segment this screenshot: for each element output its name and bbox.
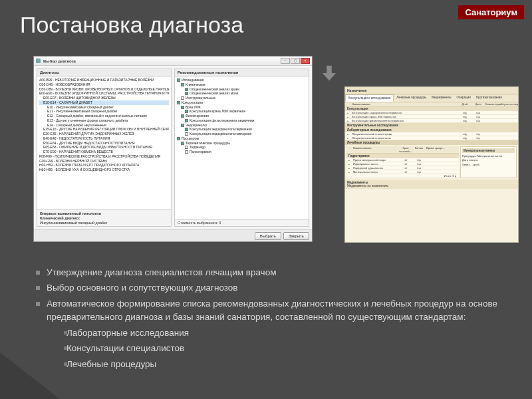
detail-interval-label: Через ... дней: [462, 163, 515, 167]
maximize-button[interactable]: ▢: [291, 58, 300, 64]
dialog-titlebar[interactable]: Выбор диагноза – ▢ ×: [34, 57, 312, 66]
tree-item[interactable]: E70-E90 - НАРУШЕНИЯ ОБМЕНА ВЕЩЕСТВ: [39, 150, 169, 154]
row-price: б.р: [471, 111, 485, 114]
diagnoses-tree[interactable]: A00-B99 - НЕКОТОРЫЕ ИНФЕКЦИОННЫЕ И ПАРАЗ…: [37, 76, 171, 209]
tree-item[interactable]: F00-F99 - ПСИХИЧЕСКИЕ РАССТРОЙСТВА И РАС…: [39, 154, 169, 159]
tree-item[interactable]: E20-E35 - НАРУШЕНИЯ ДРУГИХ ЭНДОКРИННЫХ Ж…: [39, 132, 169, 136]
select-button[interactable]: Выбрать: [255, 232, 281, 240]
rec-item[interactable]: Общеклинический анализ мочи: [177, 91, 307, 96]
diagnoses-header: Диагнозы: [37, 69, 171, 76]
add-icon[interactable]: +: [346, 170, 352, 174]
rec-item[interactable]: Клинические: [177, 82, 307, 87]
close-dialog-button[interactable]: Закрыть: [283, 232, 309, 240]
rec-item[interactable]: Терренкур: [177, 145, 307, 150]
checkbox-icon[interactable]: [177, 78, 180, 82]
tree-item[interactable]: H60-H95 - БОЛЕЗНИ УХА И СОСЦЕВИДНОГО ОТР…: [39, 168, 169, 172]
add-icon[interactable]: +: [346, 158, 352, 162]
minimize-button[interactable]: –: [281, 58, 290, 64]
rec-item[interactable]: Консультации: [177, 100, 307, 105]
rec-item[interactable]: Консультация физиотерапевта первичная: [177, 118, 307, 123]
checkbox-icon[interactable]: [185, 119, 188, 122]
row-price: б.р: [412, 162, 426, 166]
checkbox-icon[interactable]: [185, 92, 188, 95]
tcol-name: Наименование: [352, 146, 399, 153]
col-comment: Комментарий/цель исследован...: [485, 102, 518, 106]
tree-item[interactable]: E50-E64 - ДРУГИЕ ВИДЫ НЕДОСТАТОЧНОСТИ ПИ…: [39, 141, 169, 146]
tab-treat[interactable]: Лечебные процедуры: [394, 94, 429, 102]
add-icon[interactable]: +: [346, 162, 352, 166]
consult-table: Наименование Дн-й Цена Комментарий/цель …: [345, 102, 518, 140]
recommendations-tree[interactable]: ИсследованияКлиническиеОбщеклинический а…: [175, 76, 309, 219]
dialog-icon: [36, 59, 41, 63]
tree-item[interactable]: H00-H59 - БОЛЕЗНИ ГЛАЗА И ЕГО ПРИДАТОЧНО…: [39, 163, 169, 168]
tree-item[interactable]: E11 - Инсулиннезависимый сахарный диабет: [39, 109, 169, 114]
tree-item[interactable]: G00-G99 - БОЛЕЗНИ НЕРВНОЙ СИСТЕМЫ: [39, 159, 169, 164]
add-icon[interactable]: +: [345, 115, 350, 118]
checkbox-icon[interactable]: [181, 114, 184, 118]
rec-item[interactable]: Терапевтические процедуры: [177, 141, 307, 146]
tree-item[interactable]: E65-E68 - ОЖИРЕНИЕ И ДРУГИЕ ВИДЫ ИЗБЫТОЧ…: [39, 145, 169, 150]
close-button[interactable]: ×: [301, 58, 310, 64]
checkbox-icon[interactable]: [185, 88, 188, 91]
rec-item[interactable]: Эндокринолог: [177, 123, 307, 128]
tab-contra[interactable]: Противопоказания: [473, 94, 505, 102]
checkbox-icon[interactable]: [185, 110, 188, 113]
add-icon[interactable]: +: [345, 136, 350, 140]
col-price: Цена: [471, 102, 485, 106]
checkbox-icon[interactable]: [185, 150, 188, 154]
row-name: Йодобромная ванна: [352, 162, 399, 166]
row-name: Прием минеральной воды: [352, 158, 399, 162]
tree-item[interactable]: A00-B99 - НЕКОТОРЫЕ ИНФЕКЦИОННЫЕ И ПАРАЗ…: [39, 78, 169, 82]
checkbox-icon[interactable]: [181, 83, 184, 86]
sub-bullet-item: Лабораторные исследования: [55, 327, 505, 340]
tree-item[interactable]: E00-E07 - БОЛЕЗНИ ЩИТОВИДНОЙ ЖЕЛЕЗЫ: [39, 96, 169, 100]
detail-proc-value: Минеральная ванна: [477, 154, 503, 158]
checkbox-icon[interactable]: [181, 142, 184, 145]
row-days: н/т: [399, 162, 412, 166]
checkbox-icon[interactable]: [177, 101, 180, 104]
tree-item[interactable]: E12 - Сахарный диабет, связанный с недос…: [39, 114, 169, 118]
checkbox-icon[interactable]: [177, 137, 180, 140]
row-price: б.р: [471, 115, 485, 118]
rec-item[interactable]: Общеклинический анализ крови: [177, 87, 307, 92]
tree-item[interactable]: E00-E90 - БОЛЕЗНИ ЭНДОКРИННОЙ СИСТЕМЫ, Р…: [39, 91, 169, 96]
tree-item[interactable]: E10-E14 - САХАРНЫЙ ДИАБЕТ: [39, 100, 169, 105]
checkbox-icon[interactable]: [185, 146, 188, 149]
sub-bullet-item: Лечебные процедуры: [55, 358, 505, 371]
checkbox-icon[interactable]: [181, 124, 184, 127]
rec-item[interactable]: Физиотерапевт: [177, 114, 307, 118]
tree-item[interactable]: E13 - Другие уточненные формы сахарного …: [39, 118, 169, 123]
rec-item[interactable]: Консультация врача ЛФК первичная: [177, 109, 307, 114]
rec-item[interactable]: Консультация эндокринолога первичная: [177, 127, 307, 132]
rec-item[interactable]: Процедуры: [177, 136, 307, 141]
add-icon[interactable]: +: [345, 111, 350, 114]
tree-item[interactable]: C00-D48 - НОВООБРАЗОВАНИЯ: [39, 82, 169, 87]
tree-item[interactable]: E40-E46 - НЕДОСТАТОЧНОСТЬ ПИТАНИЯ: [39, 136, 169, 141]
tree-item[interactable]: E15-E16 - ДРУГИЕ НАРУШЕНИЯ РЕГУЛЯЦИИ ГЛЮ…: [39, 127, 169, 132]
tree-item[interactable]: E10 - Инсулинзависимый сахарный диабет: [39, 105, 169, 110]
tab-oper[interactable]: Операции: [454, 94, 473, 102]
bullet-item: Выбор основного и сопутствующих диагнозо…: [35, 281, 505, 295]
add-icon[interactable]: +: [346, 166, 352, 170]
tree-item[interactable]: D50-D89 - БОЛЕЗНИ КРОВИ, КРОВЕТВОРНЫХ ОР…: [39, 87, 169, 92]
tcol-qty: Кол-во: [412, 146, 426, 153]
tcol-time: Время проце...: [426, 146, 459, 153]
rec-item[interactable]: Инструментальные: [177, 96, 307, 100]
detail-header: Минеральные ванны: [462, 148, 515, 153]
add-icon[interactable]: +: [345, 119, 350, 122]
row-price: б.р: [471, 119, 485, 122]
checkbox-icon[interactable]: [185, 128, 188, 131]
row-name: Минеральная ванна: [352, 170, 399, 174]
add-icon[interactable]: +: [345, 132, 350, 136]
tree-item[interactable]: E14 - Сахарный диабет неуточненный: [39, 123, 169, 128]
row-price: б.р: [471, 136, 485, 140]
rec-item[interactable]: Врач ЛФК: [177, 105, 307, 110]
checkbox-icon[interactable]: [185, 132, 188, 136]
rec-item[interactable]: Психотерапия: [177, 150, 307, 154]
checkbox-icon[interactable]: [181, 96, 184, 100]
rec-item[interactable]: Исследования: [177, 78, 307, 82]
checkbox-icon[interactable]: [181, 106, 184, 109]
rec-item[interactable]: Консультация эндокринолога повторная: [177, 132, 307, 136]
tab-med[interactable]: Медикаменты: [429, 94, 454, 102]
tab-consult[interactable]: Консультации и исследования: [345, 94, 394, 102]
